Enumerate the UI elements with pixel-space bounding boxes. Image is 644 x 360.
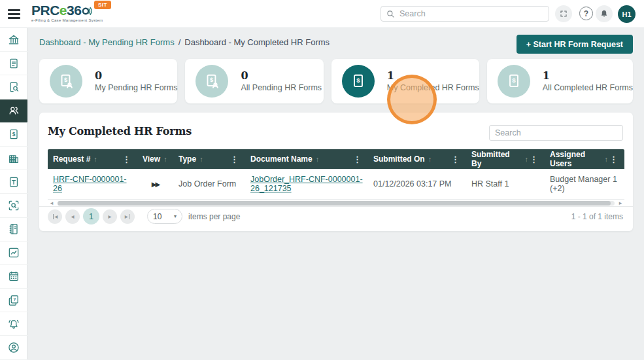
page-range-label: 1 - 1 of 1 items [571, 212, 623, 221]
panel-title: My Completed HR Forms [48, 125, 192, 137]
column-header-request[interactable]: Request #↑⋮ [48, 149, 137, 169]
menu-toggle-icon[interactable] [8, 9, 20, 19]
environment-badge: SIT [94, 1, 111, 9]
scroll-right-icon[interactable]: ▸ [617, 200, 624, 206]
sidebar-item-help-docs[interactable]: ? [0, 289, 27, 312]
column-menu-icon[interactable]: ⋮ [352, 154, 363, 164]
cell-document-name: JobOrder_HRF-CNF-0000001-26_121735 [245, 169, 368, 199]
help-icon: ? [584, 9, 588, 18]
sidebar-item-document-search[interactable] [0, 75, 27, 99]
view-forward-icon[interactable]: ▶▶ [152, 181, 159, 188]
prev-page-button[interactable]: ◂ [65, 209, 80, 224]
card-my-completed-hr-forms[interactable]: $ 1 My Completed HR Forms [331, 59, 479, 103]
column-menu-icon[interactable]: ⋮ [121, 154, 132, 164]
sort-asc-icon: ↑ [93, 155, 97, 163]
bank-icon [7, 33, 20, 46]
app-logo[interactable]: PRCe36 e-Filing & Case Management System [31, 3, 103, 22]
sidebar-item-alerts[interactable] [0, 312, 27, 336]
breadcrumb: Dashboard - My Pending HR Forms / Dashbo… [39, 37, 330, 47]
sidebar-item-institution[interactable] [0, 28, 27, 52]
cell-request-id: HRF-CNF-0000001-26 [48, 169, 137, 199]
start-hr-form-request-button[interactable]: + Start HR Form Request [517, 35, 633, 54]
scrollbar-thumb[interactable] [58, 201, 611, 206]
sort-asc-icon: ↑ [316, 155, 320, 163]
sort-asc-icon: ↑ [163, 155, 167, 163]
scrollbar-track[interactable] [58, 201, 615, 206]
user-avatar[interactable]: H1 [618, 5, 636, 23]
column-menu-icon[interactable]: ⋮ [608, 154, 619, 164]
card-all-pending-hr-forms[interactable]: $ 0 All Pending HR Forms [185, 59, 323, 103]
svg-text:$: $ [512, 77, 516, 84]
sidebar-item-hr-forms[interactable] [0, 99, 27, 123]
help-button[interactable]: ? [579, 7, 593, 20]
page-size-select[interactable]: 10 ▾ [147, 209, 182, 224]
stat-label: All Pending HR Forms [241, 83, 322, 92]
sidebar-item-profile[interactable] [0, 336, 27, 359]
search-icon [386, 10, 395, 18]
table-row: HRF-CNF-0000001-26 ▶▶ Job Order Form Job… [48, 169, 624, 200]
bell-icon [600, 9, 609, 18]
grid-search-input[interactable] [489, 125, 623, 141]
file-lines-icon [7, 57, 20, 70]
logo-tagline: e-Filing & Case Management System [31, 18, 103, 22]
stat-label: My Pending HR Forms [95, 83, 177, 92]
cell-submitted-on: 01/12/2026 03:17 PM [368, 169, 466, 199]
column-header-submitted-by[interactable]: Submitted By↑⋮ [466, 149, 545, 169]
document-link[interactable]: JobOrder_HRF-CNF-0000001-26_121735 [250, 175, 363, 193]
scroll-left-icon[interactable]: ◂ [48, 200, 56, 206]
logo-signal-icon [82, 6, 92, 16]
completed-form-icon: $ [342, 65, 375, 98]
next-page-button[interactable]: ▸ [103, 209, 117, 224]
page-1-button[interactable]: 1 [83, 208, 99, 225]
column-header-submitted-on[interactable]: Submitted On↑⋮ [368, 149, 466, 169]
first-page-button[interactable]: ◂ [48, 209, 62, 224]
sidebar-item-documents[interactable] [0, 52, 27, 75]
column-header-document-name[interactable]: Document Name↑⋮ [245, 149, 368, 169]
breadcrumb-link-pending[interactable]: Dashboard - My Pending HR Forms [39, 37, 175, 47]
breadcrumb-separator: / [178, 37, 181, 47]
sidebar-item-organization[interactable] [0, 147, 27, 170]
items-per-page-label: items per page [188, 212, 240, 221]
horizontal-scrollbar[interactable]: ◂ ▸ [48, 200, 624, 206]
completed-form-icon: $ [498, 65, 530, 98]
grid-pager: ◂ ◂ 1 ▸ ▸ 10 ▾ items per page 1 - 1 of 1… [39, 206, 633, 231]
book-icon [7, 223, 20, 236]
last-page-button[interactable]: ▸ [120, 209, 135, 224]
file-question-icon: ? [7, 294, 20, 307]
sidebar-item-finance-forms[interactable]: $ [0, 123, 27, 147]
breadcrumb-current: Dashboard - My Completed HR Forms [184, 37, 330, 47]
stat-value: 1 [543, 70, 633, 81]
column-header-type[interactable]: Type↑⋮ [173, 149, 245, 169]
calendar-icon [7, 270, 20, 283]
stat-value: 1 [387, 70, 479, 81]
building-icon [7, 152, 20, 165]
global-search [381, 6, 549, 22]
user-circle-icon [7, 341, 20, 354]
sort-asc-icon: ↑ [199, 155, 203, 163]
column-header-view[interactable]: View↑ [137, 149, 173, 169]
column-menu-icon[interactable]: ⋮ [229, 154, 240, 164]
card-my-pending-hr-forms[interactable]: $ 0 My Pending HR Forms [39, 59, 177, 103]
pending-form-icon: $ [195, 65, 228, 98]
sidebar-item-reports[interactable] [0, 242, 27, 265]
app-root: PRCe36 e-Filing & Case Management System… [0, 0, 644, 360]
stat-cards: $ 0 My Pending HR Forms $ 0 All Pending … [39, 59, 633, 103]
file-text-icon [7, 175, 20, 189]
sidebar-item-calendar[interactable] [0, 265, 27, 289]
chart-icon [7, 246, 20, 259]
cell-view: ▶▶ [137, 169, 173, 199]
global-search-input[interactable] [399, 9, 549, 18]
column-menu-icon[interactable]: ⋮ [528, 154, 539, 164]
request-link[interactable]: HRF-CNF-0000001-26 [53, 175, 132, 193]
fullscreen-icon [560, 10, 568, 18]
card-all-completed-hr-forms[interactable]: $ 1 All Completed HR Forms [487, 59, 633, 103]
sidebar-item-scan-search[interactable] [0, 194, 27, 217]
svg-text:$: $ [64, 77, 67, 83]
column-header-assigned-users[interactable]: Assigned Users↑⋮ [545, 149, 624, 169]
sidebar-item-ledger[interactable] [0, 218, 27, 242]
fullscreen-button[interactable] [555, 5, 572, 22]
column-menu-icon[interactable]: ⋮ [450, 154, 461, 164]
sidebar-item-templates[interactable] [0, 170, 27, 194]
notifications-button[interactable] [596, 5, 613, 22]
page-size-value: 10 [153, 212, 161, 221]
